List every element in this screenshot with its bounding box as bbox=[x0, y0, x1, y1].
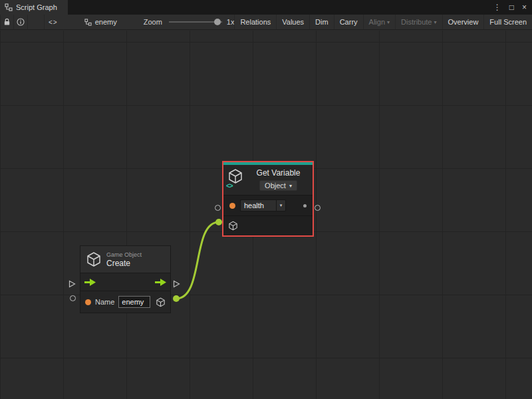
toolbar-buttons: Relations Values Dim Carry Align▾ Distri… bbox=[234, 15, 532, 29]
create-flow-input-port[interactable] bbox=[68, 280, 76, 288]
graph-asset-icon bbox=[84, 19, 92, 26]
create-flow-output-port[interactable] bbox=[173, 280, 180, 288]
lock-button[interactable] bbox=[0, 15, 14, 29]
zoom-label: Zoom bbox=[144, 18, 162, 26]
cube-icon bbox=[86, 251, 102, 267]
gameobject-cube-icon bbox=[156, 297, 166, 307]
code-badge-icon: <> bbox=[226, 182, 233, 190]
get-variable-node[interactable]: <> Get Variable Object ▾ ▾ bbox=[222, 161, 314, 237]
view-code-button[interactable]: <> bbox=[44, 15, 62, 29]
gameobject-cube-icon bbox=[228, 221, 238, 231]
window-menu-button[interactable]: ⋮ bbox=[493, 3, 501, 11]
code-brackets-icon: <> bbox=[49, 19, 58, 26]
tab-script-graph[interactable]: Script Graph bbox=[0, 0, 68, 15]
get-variable-name-input-port[interactable] bbox=[215, 205, 221, 211]
wire-create-to-get-variable[interactable] bbox=[176, 222, 219, 299]
get-variable-object-input-port[interactable] bbox=[215, 219, 222, 225]
zoom-value: 1x bbox=[227, 18, 235, 26]
node-title: Get Variable bbox=[257, 168, 301, 178]
name-value-field[interactable] bbox=[118, 296, 150, 308]
flow-arrow-out-icon bbox=[155, 279, 166, 286]
values-button[interactable]: Values bbox=[276, 15, 309, 29]
overview-button[interactable]: Overview bbox=[442, 15, 484, 29]
object-input-row bbox=[223, 215, 313, 235]
distribute-button[interactable]: Distribute▾ bbox=[395, 15, 442, 29]
relations-button[interactable]: Relations bbox=[234, 15, 276, 29]
chevron-down-icon: ▾ bbox=[387, 19, 390, 25]
maximize-button[interactable]: □ bbox=[509, 3, 514, 11]
param-label: Name bbox=[95, 298, 114, 306]
create-node[interactable]: Game Object Create Name bbox=[80, 245, 171, 313]
info-icon bbox=[17, 18, 25, 26]
graph-toolbar: <> enemy Zoom 1x Relations Values Dim Ca… bbox=[0, 15, 532, 30]
graph-breadcrumb[interactable]: enemy bbox=[84, 15, 117, 29]
node-category: Game Object bbox=[106, 251, 142, 258]
get-variable-header: <> Get Variable Object ▾ bbox=[223, 165, 313, 195]
flow-row bbox=[80, 273, 170, 291]
variable-scope-dropdown[interactable]: Object ▾ bbox=[259, 180, 297, 191]
value-port-dot-orange bbox=[85, 299, 91, 305]
carry-button[interactable]: Carry bbox=[334, 15, 363, 29]
graph-name: enemy bbox=[95, 18, 117, 26]
create-gameobject-output-port[interactable] bbox=[173, 295, 180, 302]
lock-icon bbox=[3, 18, 11, 26]
dim-button[interactable]: Dim bbox=[309, 15, 334, 29]
close-button[interactable]: × bbox=[522, 3, 527, 11]
window-controls: ⋮ □ × bbox=[493, 0, 532, 15]
chevron-down-icon: ▾ bbox=[434, 19, 437, 25]
tab-title: Script Graph bbox=[16, 3, 57, 11]
create-header: Game Object Create bbox=[80, 246, 170, 273]
value-indicator-dot bbox=[303, 204, 307, 207]
full-screen-button[interactable]: Full Screen bbox=[483, 15, 532, 29]
zoom-slider-handle[interactable] bbox=[214, 19, 221, 25]
maximize-icon: □ bbox=[509, 3, 514, 12]
close-icon: × bbox=[522, 3, 527, 12]
chevron-down-icon: ▾ bbox=[280, 203, 283, 208]
align-button[interactable]: Align▾ bbox=[363, 15, 395, 29]
info-button[interactable] bbox=[14, 15, 28, 29]
chevron-down-icon: ▾ bbox=[289, 183, 292, 189]
create-name-input-port[interactable] bbox=[70, 295, 76, 301]
flow-arrow-in-icon bbox=[84, 279, 96, 286]
variable-icon-wrap: <> bbox=[227, 168, 245, 187]
variable-picker-button[interactable]: ▾ bbox=[276, 200, 286, 211]
titlebar: Script Graph ⋮ □ × bbox=[0, 0, 532, 15]
graph-canvas[interactable]: <> Get Variable Object ▾ ▾ bbox=[0, 31, 532, 399]
script-graph-icon bbox=[5, 3, 13, 11]
variable-name-row: ▾ bbox=[223, 195, 313, 215]
kebab-menu-icon: ⋮ bbox=[493, 3, 501, 12]
get-variable-value-output-port[interactable] bbox=[315, 205, 321, 211]
node-title: Create bbox=[106, 259, 142, 268]
name-param-row: Name bbox=[80, 291, 170, 313]
value-port-dot-orange bbox=[229, 203, 235, 209]
variable-name-field[interactable] bbox=[240, 200, 276, 211]
zoom-slider[interactable] bbox=[169, 18, 222, 26]
